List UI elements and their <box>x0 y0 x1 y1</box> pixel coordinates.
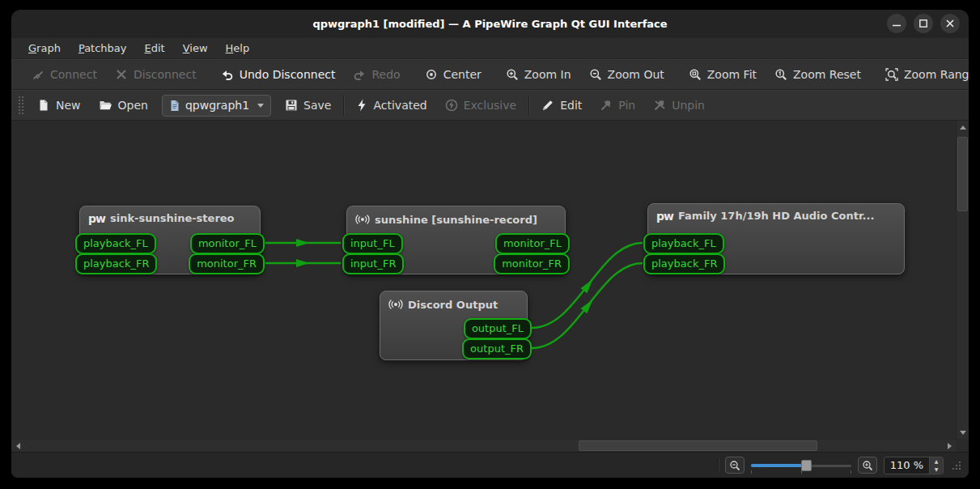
menu-view[interactable]: View <box>176 40 215 57</box>
save-button[interactable]: Save <box>276 93 340 117</box>
undo-icon <box>221 68 234 81</box>
port-output-fr[interactable]: output_FR <box>462 338 532 359</box>
disconnect-button[interactable]: Disconnect <box>106 62 206 87</box>
port-monitor-fl[interactable]: monitor_FL <box>495 233 570 254</box>
port-monitor-fr[interactable]: monitor_FR <box>494 253 570 274</box>
slider-handle[interactable] <box>801 460 812 471</box>
zoom-range-button[interactable]: Zoom Range <box>876 62 969 87</box>
scroll-up-button[interactable] <box>957 121 969 134</box>
zoom-in-mini-button[interactable] <box>858 457 877 474</box>
undo-disconnect-button[interactable]: Undo Disconnect <box>212 62 345 87</box>
redo-button[interactable]: Redo <box>344 62 409 87</box>
close-icon <box>946 19 954 28</box>
disconnect-icon <box>115 68 128 81</box>
maximize-icon <box>919 19 927 28</box>
stream-icon <box>355 212 370 227</box>
menu-graph[interactable]: Graph <box>21 40 68 57</box>
minimize-icon <box>893 19 901 28</box>
zoom-out-icon <box>729 460 740 471</box>
zoom-fit-button[interactable]: Zoom Fit <box>680 62 766 87</box>
node-title: Discord Output <box>408 299 498 311</box>
scroll-left-button[interactable] <box>11 440 24 452</box>
maximize-button[interactable] <box>914 14 933 33</box>
patchbay-profile-combo[interactable]: qpwgraph1 <box>162 95 271 117</box>
stream-icon <box>388 297 403 312</box>
spin-down-button[interactable]: ▼ <box>930 466 943 474</box>
scroll-down-button[interactable] <box>957 426 969 439</box>
zoom-percent-spinbox[interactable]: 110 % ▲ ▼ <box>884 457 944 474</box>
activated-button[interactable]: Activated <box>347 93 435 117</box>
close-button[interactable] <box>940 14 960 33</box>
menu-patchbay[interactable]: Patchbay <box>71 40 134 57</box>
menu-help[interactable]: Help <box>218 40 257 57</box>
wire-arrow <box>296 259 309 267</box>
pin-button[interactable]: Pin <box>591 93 644 117</box>
exclusive-button[interactable]: Exclusive <box>436 93 525 117</box>
pipewire-icon: pw <box>88 213 105 224</box>
zoom-in-icon <box>506 68 519 81</box>
wire-arrow <box>581 277 596 293</box>
unpin-button[interactable]: Unpin <box>644 93 714 117</box>
port-monitor-fl[interactable]: monitor_FL <box>190 233 265 254</box>
save-icon <box>285 99 298 112</box>
zoom-percent-value[interactable]: 110 % <box>885 459 929 471</box>
spin-up-button[interactable]: ▲ <box>930 457 943 466</box>
port-output-fl[interactable]: output_FL <box>464 318 532 339</box>
node-sunshine[interactable]: sunshine [sunshine-record] input_FL inpu… <box>346 206 566 274</box>
zoom-out-button[interactable]: Zoom Out <box>580 62 673 87</box>
patchbay-toolbar: New Open qpwgraph1 Save Activated Exclus… <box>11 90 969 121</box>
activated-bolt-icon <box>356 99 367 112</box>
redo-icon <box>353 68 366 81</box>
node-title: Family 17h/19h HD Audio Contr... <box>678 210 874 222</box>
menu-edit[interactable]: Edit <box>138 40 172 57</box>
zoom-in-icon <box>862 460 873 471</box>
center-button[interactable]: Center <box>416 62 490 87</box>
node-discord-output[interactable]: Discord Output output_FL output_FR <box>380 291 528 360</box>
graph-canvas[interactable]: pw sink-sunshine-stereo playback_FL play… <box>11 121 969 452</box>
open-button[interactable]: Open <box>90 93 157 117</box>
edit-button[interactable]: Edit <box>532 93 591 117</box>
new-button[interactable]: New <box>28 93 90 117</box>
patchbay-file-icon <box>169 100 180 112</box>
port-playback-fl[interactable]: playback_FL <box>75 233 156 254</box>
port-playback-fl[interactable]: playback_FL <box>643 233 724 254</box>
unpin-icon <box>653 99 666 112</box>
node-family-hd-audio[interactable]: pw Family 17h/19h HD Audio Contr... play… <box>647 203 905 274</box>
wire-output-fr-to-playback-fr <box>532 263 643 348</box>
scroll-right-button[interactable] <box>943 440 956 452</box>
statusbar-separator <box>718 458 719 473</box>
wire-arrow <box>581 297 596 313</box>
app-window: qpwgraph1 [modified] — A PipeWire Graph … <box>11 10 969 478</box>
node-title: sink-sunshine-stereo <box>110 212 235 224</box>
horizontal-scroll-thumb[interactable] <box>579 440 817 451</box>
horizontal-scrollbar[interactable] <box>11 439 956 452</box>
minimize-button[interactable] <box>887 14 906 33</box>
connect-button[interactable]: Connect <box>23 62 106 87</box>
open-folder-icon <box>99 99 112 112</box>
pin-icon <box>600 99 613 112</box>
zoom-out-mini-button[interactable] <box>725 457 745 474</box>
zoom-reset-button[interactable]: Zoom Reset <box>766 62 870 87</box>
vertical-scrollbar[interactable] <box>956 121 969 439</box>
arrow-up-icon <box>960 125 966 130</box>
toolbar-drag-handle[interactable] <box>18 96 23 115</box>
menu-bar: Graph Patchbay Edit View Help <box>11 38 969 59</box>
port-playback-fr[interactable]: playback_FR <box>75 253 157 274</box>
zoom-slider[interactable] <box>751 457 851 474</box>
resize-grip[interactable] <box>950 459 962 471</box>
zoom-in-button[interactable]: Zoom In <box>497 62 580 87</box>
status-bar: 110 % ▲ ▼ <box>11 452 969 478</box>
toolbar-separator <box>528 96 529 115</box>
title-bar[interactable]: qpwgraph1 [modified] — A PipeWire Graph … <box>11 10 969 38</box>
vertical-scroll-thumb[interactable] <box>957 137 968 211</box>
edit-pencil-icon <box>541 99 554 112</box>
port-input-fl[interactable]: input_FL <box>342 233 403 254</box>
port-input-fr[interactable]: input_FR <box>342 253 404 274</box>
zoom-out-icon <box>589 68 602 81</box>
node-sink-sunshine-stereo[interactable]: pw sink-sunshine-stereo playback_FL play… <box>79 206 261 274</box>
port-playback-fr[interactable]: playback_FR <box>643 253 725 274</box>
port-monitor-fr[interactable]: monitor_FR <box>189 253 265 274</box>
connect-icon <box>32 68 45 81</box>
arrow-right-icon <box>948 443 952 449</box>
arrow-left-icon <box>16 443 20 449</box>
